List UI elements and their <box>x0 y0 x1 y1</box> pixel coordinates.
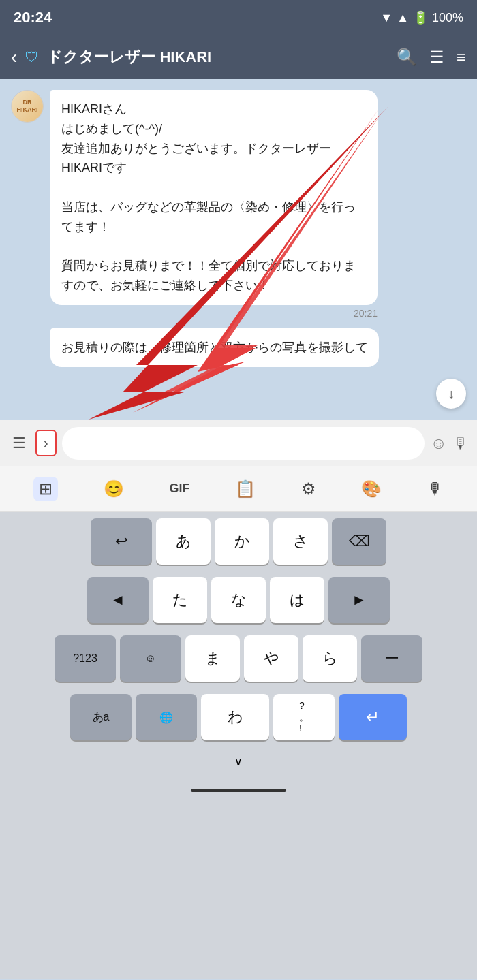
key-a-label: あ <box>176 531 191 552</box>
palette-button[interactable]: 🎨 <box>361 479 382 499</box>
sticker-button[interactable]: 😊 <box>104 479 124 499</box>
gif-button[interactable]: GIF <box>169 481 189 496</box>
nav-bar: ‹ 🛡 ドクターレザー HIKARI 🔍 ☰ ≡ <box>0 35 477 79</box>
search-button[interactable]: 🔍 <box>397 48 417 67</box>
key-undo[interactable]: ↩ <box>91 518 152 565</box>
key-ta[interactable]: た <box>153 577 207 623</box>
key-num[interactable]: ?123 <box>55 635 116 682</box>
key-lang[interactable]: あa <box>70 694 132 740</box>
shield-icon: 🛡 <box>25 50 39 65</box>
input-area: ☰ › ☺ 🎙 <box>0 420 477 466</box>
toolbar-mic-button[interactable]: 🎙 <box>427 479 444 499</box>
key-lang-label: あa <box>93 710 110 725</box>
key-num-label: ?123 <box>73 652 97 665</box>
palette-icon: 🎨 <box>361 479 382 499</box>
key-ra[interactable]: ら <box>303 635 357 682</box>
key-ha-label: は <box>290 590 305 610</box>
signal-icon: ▲ <box>397 11 409 25</box>
settings-button[interactable]: ⚙ <box>301 479 316 499</box>
sticker-icon: 😊 <box>104 479 124 499</box>
chevron-down-icon[interactable]: ∨ <box>234 755 243 768</box>
key-ma[interactable]: ま <box>185 635 240 682</box>
message-text: HIKARIさんはじめまして(^-^)/友達追加ありがとうございます。ドクターレ… <box>61 102 356 292</box>
globe-icon: 🌐 <box>159 711 173 724</box>
partial-message-row: お見積りの際は、修理箇所と双方からの写真を撮影して <box>11 328 466 367</box>
menu-button[interactable]: ≡ <box>457 48 466 67</box>
keyboard-row-2: ◄ た な は ► <box>0 571 477 629</box>
avatar: DRHIKARI <box>11 90 44 123</box>
key-ka-label: か <box>234 531 250 552</box>
key-emoji-icon: ☺ <box>145 652 156 665</box>
enter-icon: ↵ <box>366 708 380 727</box>
status-time: 20:24 <box>14 9 52 27</box>
input-menu-button[interactable]: ☰ <box>8 430 30 456</box>
list-button[interactable]: ☰ <box>429 48 444 67</box>
toolbar-row: ⊞ 😊 GIF 📋 ⚙ 🎨 🎙 <box>0 466 477 512</box>
settings-icon: ⚙ <box>301 479 316 499</box>
apps-icon: ⊞ <box>39 479 52 499</box>
key-ma-label: ま <box>205 648 221 669</box>
key-ka[interactable]: か <box>215 518 269 565</box>
keyboard-row-3: ?123 ☺ ま や ら ー <box>0 629 477 688</box>
clipboard-button[interactable]: 📋 <box>235 479 256 499</box>
scroll-down-button[interactable]: ↓ <box>436 379 466 409</box>
clipboard-icon: 📋 <box>235 479 256 499</box>
bubble-wrap: HIKARIさんはじめまして(^-^)/友達追加ありがとうございます。ドクターレ… <box>50 90 378 319</box>
key-dash[interactable]: ー <box>361 635 422 682</box>
message-row: DRHIKARI HIKARIさんはじめまして(^-^)/友達追加ありがとうござ… <box>11 90 466 319</box>
nav-action-icons: 🔍 ☰ ≡ <box>397 48 466 67</box>
input-expand-button[interactable]: › <box>35 430 57 456</box>
gif-label: GIF <box>169 481 189 496</box>
key-delete[interactable]: ⌫ <box>332 518 386 565</box>
key-globe[interactable]: 🌐 <box>136 694 197 740</box>
wifi-icon: ▼ <box>380 11 393 25</box>
key-ra-label: ら <box>322 648 338 669</box>
keyboard: ↩ あ か さ ⌫ ◄ た な は ► ?1 <box>0 512 477 979</box>
chat-area: DRHIKARI HIKARIさんはじめまして(^-^)/友達追加ありがとうござ… <box>0 79 477 420</box>
key-wa[interactable]: わ <box>201 694 269 740</box>
key-punct-label: ?。! <box>299 700 309 734</box>
key-na[interactable]: な <box>211 577 266 623</box>
keyboard-row-1: ↩ あ か さ ⌫ <box>0 512 477 571</box>
back-button[interactable]: ‹ <box>11 46 17 68</box>
right-icon: ► <box>352 591 367 609</box>
expand-icon: › <box>44 435 48 451</box>
key-sa-label: さ <box>293 531 309 552</box>
key-ta-label: た <box>172 590 188 610</box>
key-ha[interactable]: は <box>270 577 324 623</box>
key-na-label: な <box>231 590 247 610</box>
key-left[interactable]: ◄ <box>87 577 149 623</box>
message-time: 20:21 <box>50 308 378 319</box>
delete-icon: ⌫ <box>349 533 370 550</box>
partial-message-bubble: お見積りの際は、修理箇所と双方からの写真を撮影して <box>50 328 379 367</box>
mic-button[interactable]: 🎙 <box>452 434 469 453</box>
keyboard-bottom <box>0 776 477 804</box>
apps-button[interactable]: ⊞ <box>33 477 58 501</box>
key-sa[interactable]: さ <box>273 518 328 565</box>
message-bubble: HIKARIさんはじめまして(^-^)/友達追加ありがとうございます。ドクターレ… <box>50 90 378 305</box>
toolbar-mic-icon: 🎙 <box>427 479 444 499</box>
status-icons: ▼ ▲ 🔋 100% <box>380 10 463 25</box>
key-right[interactable]: ► <box>328 577 390 623</box>
key-wa-label: わ <box>228 707 243 727</box>
undo-icon: ↩ <box>115 533 127 550</box>
key-ya-label: や <box>264 648 279 669</box>
battery-icon: 🔋 <box>413 10 428 25</box>
chevron-down-row[interactable]: ∨ <box>0 746 477 776</box>
status-bar: 20:24 ▼ ▲ 🔋 100% <box>0 0 477 35</box>
battery-percent: 100% <box>432 11 463 25</box>
key-emoji[interactable]: ☺ <box>120 635 181 682</box>
home-indicator <box>191 789 286 792</box>
key-punct[interactable]: ?。! <box>273 694 335 740</box>
key-dash-label: ー <box>384 648 399 669</box>
keyboard-row-4: あa 🌐 わ ?。! ↵ <box>0 688 477 746</box>
left-icon: ◄ <box>110 591 125 609</box>
key-ya[interactable]: や <box>244 635 298 682</box>
chat-title: ドクターレザー HIKARI <box>47 47 388 67</box>
key-a[interactable]: あ <box>156 518 211 565</box>
message-input[interactable] <box>62 427 425 460</box>
key-enter[interactable]: ↵ <box>339 694 407 740</box>
scroll-down-icon: ↓ <box>448 386 455 402</box>
emoji-button[interactable]: ☺ <box>430 434 447 453</box>
partial-message-text: お見積りの際は、修理箇所と双方からの写真を撮影して <box>61 341 368 354</box>
